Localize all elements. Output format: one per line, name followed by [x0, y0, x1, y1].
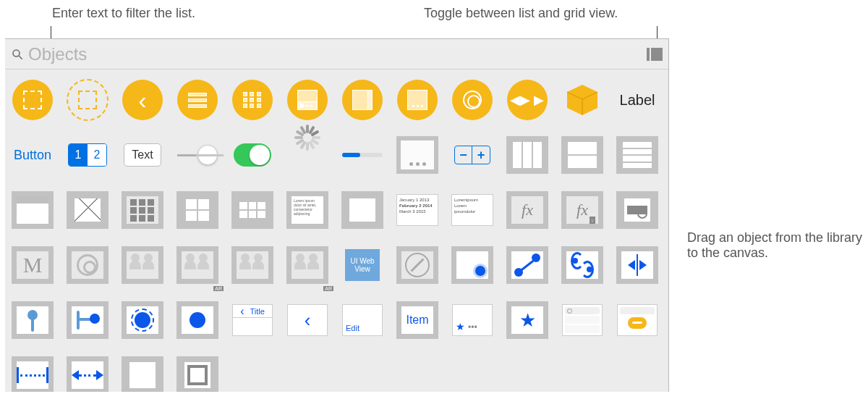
obj-horizontal-spacing-constraint[interactable]	[60, 348, 115, 392]
obj-collection-view-cell[interactable]	[170, 182, 225, 238]
annotation-drag: Drag an object from the library to the c…	[687, 230, 868, 261]
obj-text-view[interactable]: Lorem ipsum dolor sit amet, consectetur …	[280, 182, 335, 238]
obj-mapkit-view[interactable]	[610, 182, 665, 238]
obj-spritekit-ar-view[interactable]: AR	[280, 238, 335, 293]
obj-label[interactable]: Label	[610, 72, 665, 127]
obj-page-control[interactable]	[390, 127, 445, 182]
obj-image-view[interactable]	[60, 182, 115, 238]
annotation-filter: Enter text to filter the list.	[52, 6, 195, 21]
obj-tab-bar-controller[interactable]	[280, 72, 335, 127]
obj-stepper[interactable]: −+	[445, 127, 500, 182]
obj-collection-view[interactable]	[115, 182, 170, 238]
obj-collection-reusable-view[interactable]	[225, 182, 280, 238]
obj-glkit-view[interactable]	[60, 238, 115, 293]
obj-vertical-stack-view[interactable]	[555, 127, 610, 182]
obj-slider[interactable]	[170, 127, 225, 182]
obj-picker-view[interactable]: Loremipsum Lorem ipsumdolor	[445, 182, 500, 238]
obj-tab-bar-item[interactable]: ★	[500, 293, 555, 348]
obj-metal-view[interactable]: M	[5, 238, 60, 293]
obj-view[interactable]	[445, 238, 500, 293]
obj-table-view[interactable]	[610, 127, 665, 182]
obj-date-picker[interactable]: January 1 2013February 2 2014March 3 201…	[390, 182, 445, 238]
obj-mapkit-compass[interactable]	[390, 238, 445, 293]
annotation-toggle: Toggle between list and grid view.	[424, 6, 618, 21]
obj-table-view-controller[interactable]	[170, 72, 225, 127]
obj-tab-bar[interactable]: ★•••	[445, 293, 500, 348]
obj-pan-gesture[interactable]	[170, 293, 225, 348]
view-toggle-button[interactable]	[647, 48, 663, 61]
spinner-icon	[293, 140, 322, 169]
obj-visual-effect-view-vibrancy[interactable]: fx	[555, 182, 610, 238]
obj-navigation-bar[interactable]: ‹Title	[225, 293, 280, 348]
obj-collection-view-controller[interactable]	[225, 72, 280, 127]
svg-point-0	[13, 50, 20, 56]
obj-page-view-controller[interactable]	[390, 72, 445, 127]
obj-horizontal-constraint[interactable]	[5, 348, 60, 392]
obj-scenekit-ar-view[interactable]: AR	[170, 238, 225, 293]
obj-gesture-recognizer[interactable]	[555, 238, 610, 293]
obj-split-view-controller[interactable]	[335, 72, 390, 127]
obj-container-view[interactable]	[500, 238, 555, 293]
obj-web-view[interactable]: UI Web View	[335, 238, 390, 293]
obj-object[interactable]	[555, 72, 610, 127]
obj-button[interactable]: Button	[5, 127, 60, 182]
obj-progress-view[interactable]	[335, 127, 390, 182]
cube-icon	[564, 82, 600, 118]
obj-segmented-control[interactable]: 12	[60, 127, 115, 182]
obj-bar-button-item[interactable]: Item	[390, 293, 445, 348]
search-icon	[11, 48, 24, 61]
obj-navigation-item[interactable]: ‹	[280, 293, 335, 348]
obj-view-controller-dashed[interactable]	[60, 72, 115, 127]
obj-scroll-view[interactable]	[335, 182, 390, 238]
obj-spritekit-view[interactable]	[225, 238, 280, 293]
obj-glkit-view-controller[interactable]	[445, 72, 500, 127]
obj-activity-indicator[interactable]	[280, 127, 335, 182]
obj-uiview-plain[interactable]	[115, 348, 170, 392]
search-input[interactable]	[28, 44, 642, 64]
obj-search-bar[interactable]	[555, 293, 610, 348]
svg-line-1	[19, 56, 22, 59]
obj-switch[interactable]	[225, 127, 280, 182]
obj-navigation-controller[interactable]: ‹	[115, 72, 170, 127]
obj-long-press-gesture[interactable]	[60, 293, 115, 348]
obj-visual-effect-view[interactable]: fx	[500, 182, 555, 238]
obj-text-field[interactable]: Text	[115, 127, 170, 182]
obj-uiview-outlined[interactable]	[170, 348, 225, 392]
object-library-panel: ‹ ◀▶ ▶ Label Button 12 Text	[5, 38, 669, 392]
obj-tap-gesture[interactable]	[5, 293, 60, 348]
obj-view-controller[interactable]	[5, 72, 60, 127]
obj-toolbar[interactable]: Edit	[335, 293, 390, 348]
obj-horizontal-stack-view[interactable]	[500, 127, 555, 182]
object-grid: ‹ ◀▶ ▶ Label Button 12 Text	[5, 70, 668, 392]
obj-pinch-gesture[interactable]	[610, 238, 665, 293]
obj-search-bar-scope[interactable]	[610, 293, 665, 348]
obj-table-view-cell[interactable]	[5, 182, 60, 238]
obj-rotation-gesture[interactable]	[115, 293, 170, 348]
library-header	[5, 39, 668, 70]
obj-avkit-player-controller[interactable]: ◀▶ ▶	[500, 72, 555, 127]
obj-scenekit-view[interactable]	[115, 238, 170, 293]
